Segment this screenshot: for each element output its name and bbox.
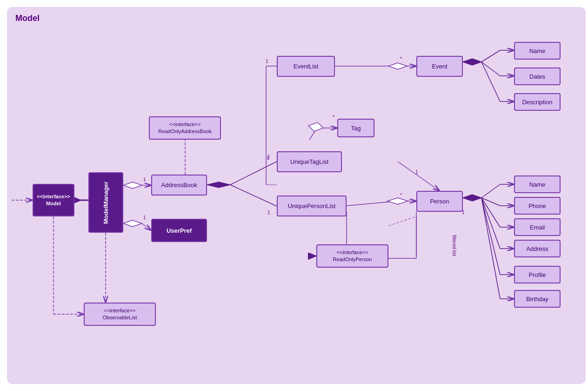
svg-line-9 (230, 162, 277, 185)
event-box: Event (416, 56, 463, 77)
description-event-box: Description (514, 93, 561, 111)
address-book-box: AddressBook (151, 175, 207, 196)
model-interface-box: <<interface>>Model (33, 184, 74, 216)
dates-event-box: Dates (514, 67, 561, 85)
svg-line-39 (481, 198, 500, 249)
model-manager-box: ModelManager (88, 172, 123, 233)
event-list-box: EventList (277, 56, 335, 77)
person-box: Person (416, 191, 463, 212)
svg-line-41 (481, 198, 500, 275)
profile-person-box: Profile (514, 266, 561, 283)
svg-text:1: 1 (266, 59, 268, 64)
diagram-container: Model 1 1 (7, 7, 586, 384)
svg-text:1: 1 (143, 177, 146, 182)
address-person-box: Address (514, 240, 561, 257)
svg-line-30 (347, 201, 398, 206)
svg-text:1: 1 (415, 169, 418, 175)
diagram-title: Model (15, 13, 40, 23)
svg-text:*: * (333, 115, 334, 120)
svg-line-37 (481, 198, 500, 227)
svg-text:*: * (400, 56, 402, 61)
svg-text:1: 1 (267, 210, 270, 215)
svg-line-43 (481, 198, 500, 299)
svg-line-22 (481, 62, 500, 76)
readonly-person-box: <<interface>>ReadOnlyPerson (316, 244, 388, 268)
name-event-box: Name (514, 42, 561, 60)
tag-box: Tag (337, 119, 374, 137)
svg-text:1: 1 (143, 215, 146, 220)
email-person-box: Email (514, 218, 561, 236)
svg-line-47 (388, 216, 416, 226)
svg-text:1: 1 (267, 155, 269, 161)
svg-text:*: * (400, 193, 402, 198)
svg-line-33 (481, 184, 500, 198)
svg-line-20 (481, 50, 500, 62)
readonly-addressbook-box: <<interface>>ReadOnlyAddressBook (149, 116, 221, 140)
birthday-person-box: Birthday (514, 290, 561, 308)
svg-line-26 (309, 127, 318, 140)
svg-line-6 (142, 223, 151, 230)
svg-line-24 (481, 62, 500, 101)
observable-list-box: <<interface>>ObservableList (84, 303, 156, 326)
svg-text:filtered list: filtered list (452, 235, 457, 256)
unique-tag-list-box: UniqueTagList (277, 151, 342, 172)
svg-text:1: 1 (267, 154, 270, 159)
unique-person-list-box: UniquePersonList (277, 196, 347, 216)
svg-line-35 (481, 198, 500, 206)
svg-line-53 (398, 162, 440, 191)
phone-person-box: Phone (514, 197, 561, 215)
svg-line-11 (230, 185, 277, 206)
user-pref-box: UserPref (151, 219, 207, 242)
name-person-box: Name (514, 175, 561, 193)
